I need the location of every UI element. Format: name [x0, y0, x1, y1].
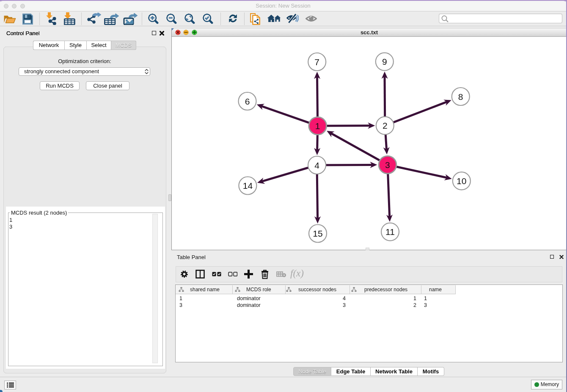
svg-text:7: 7: [314, 57, 319, 67]
svg-text:11: 11: [385, 227, 395, 237]
svg-text:1: 1: [315, 121, 320, 131]
svg-text:14: 14: [243, 181, 253, 190]
svg-text:15: 15: [313, 229, 322, 238]
svg-text:3: 3: [385, 160, 390, 170]
svg-text:8: 8: [458, 92, 463, 102]
svg-text:10: 10: [457, 176, 466, 186]
svg-text:9: 9: [382, 57, 387, 66]
svg-text:2: 2: [383, 121, 388, 130]
svg-text:4: 4: [314, 160, 319, 170]
svg-text:6: 6: [245, 97, 250, 106]
